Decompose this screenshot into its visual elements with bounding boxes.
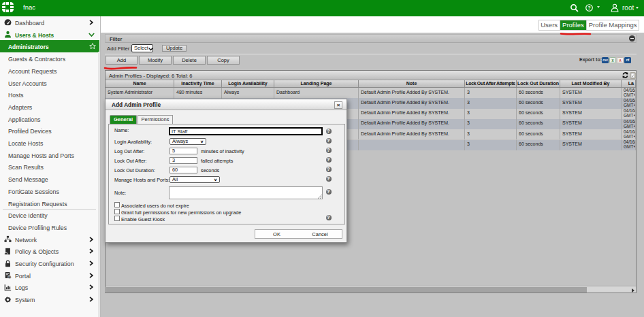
- svg-text:G: G: [8, 276, 10, 279]
- svg-text:?: ?: [587, 5, 591, 11]
